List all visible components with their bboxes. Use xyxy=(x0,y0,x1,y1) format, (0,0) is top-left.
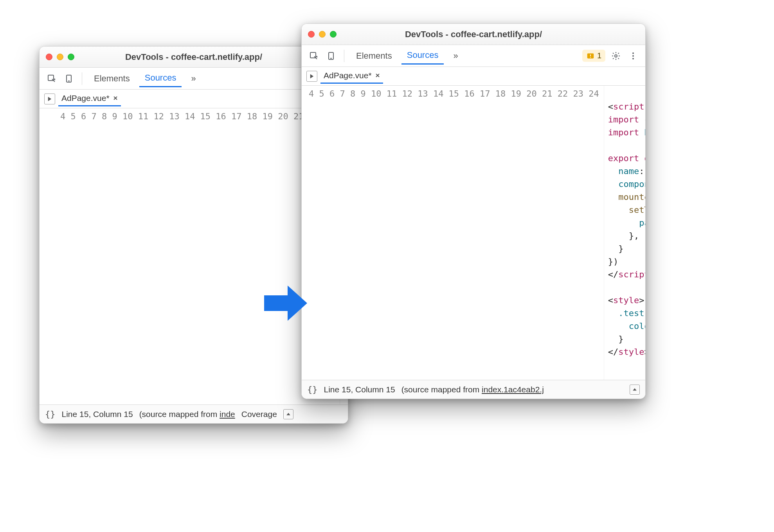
arrow-icon xyxy=(262,282,309,325)
devtools-window-right: DevTools - coffee-cart.netlify.app/ Elem… xyxy=(301,23,646,399)
svg-point-11 xyxy=(632,52,634,54)
tab-more[interactable]: » xyxy=(185,70,201,87)
divider xyxy=(344,50,344,62)
source-map-text: (source mapped from index.1ac4eab2.j xyxy=(401,385,544,394)
warning-badge[interactable]: 1 xyxy=(582,50,605,62)
tab-sources[interactable]: Sources xyxy=(139,70,182,87)
traffic-lights xyxy=(46,54,74,60)
inspect-icon[interactable] xyxy=(307,49,320,63)
svg-rect-8 xyxy=(590,54,591,56)
tab-more[interactable]: » xyxy=(448,48,463,64)
format-icon[interactable]: {} xyxy=(307,385,318,394)
gear-icon[interactable] xyxy=(609,49,623,63)
file-tab-adpage[interactable]: AdPage.vue* × xyxy=(58,91,121,106)
status-bar: {} Line 15, Column 15 (source mapped fro… xyxy=(40,404,348,423)
device-icon[interactable] xyxy=(62,72,76,85)
device-icon[interactable] xyxy=(324,49,338,63)
zoom-dot[interactable] xyxy=(330,31,337,38)
file-tab-label: AdPage.vue* xyxy=(61,93,110,103)
minimize-dot[interactable] xyxy=(57,54,63,60)
status-bar: {} Line 15, Column 15 (source mapped fro… xyxy=(302,380,645,399)
cursor-pos: Line 15, Column 15 xyxy=(62,410,133,419)
svg-rect-9 xyxy=(590,57,591,58)
cursor-pos: Line 15, Column 15 xyxy=(324,385,395,394)
tab-elements[interactable]: Elements xyxy=(88,70,135,87)
close-icon[interactable]: × xyxy=(376,71,380,80)
svg-point-12 xyxy=(632,55,634,57)
close-dot[interactable] xyxy=(46,54,52,60)
inspect-icon[interactable] xyxy=(45,72,58,85)
coverage-label[interactable]: Coverage xyxy=(241,410,277,419)
code-content[interactable]: <script lang="ts"> import { defineCompon… xyxy=(604,86,645,380)
navigator-icon[interactable] xyxy=(44,93,55,104)
main-toolbar: Elements Sources » 1 xyxy=(302,45,645,67)
expand-icon[interactable] xyxy=(283,409,293,419)
close-icon[interactable]: × xyxy=(113,94,118,102)
navigator-icon[interactable] xyxy=(306,71,317,82)
zoom-dot[interactable] xyxy=(68,54,74,60)
line-gutter: 4 5 6 7 8 9 10 11 12 13 14 15 16 17 18 1… xyxy=(302,86,604,380)
line-gutter: 4 5 6 7 8 9 10 11 12 13 14 15 16 17 18 1… xyxy=(40,108,340,404)
source-map-text: (source mapped from inde xyxy=(139,410,235,419)
titlebar: DevTools - coffee-cart.netlify.app/ xyxy=(302,24,645,45)
tab-elements[interactable]: Elements xyxy=(351,48,398,64)
source-map-link[interactable]: inde xyxy=(220,410,235,419)
window-title: DevTools - coffee-cart.netlify.app/ xyxy=(302,29,645,40)
warning-count: 1 xyxy=(597,51,601,60)
svg-point-10 xyxy=(615,55,617,57)
format-icon[interactable]: {} xyxy=(45,409,56,419)
file-tab-bar: AdPage.vue* × xyxy=(302,67,645,86)
svg-point-13 xyxy=(632,58,634,59)
source-map-link[interactable]: index.1ac4eab2.j xyxy=(482,385,544,394)
tab-sources[interactable]: Sources xyxy=(401,47,444,65)
minimize-dot[interactable] xyxy=(319,31,326,38)
divider xyxy=(82,72,82,85)
kebab-icon[interactable] xyxy=(626,49,640,63)
traffic-lights xyxy=(308,31,337,38)
close-dot[interactable] xyxy=(308,31,315,38)
code-editor[interactable]: 4 5 6 7 8 9 10 11 12 13 14 15 16 17 18 1… xyxy=(302,86,645,380)
expand-icon[interactable] xyxy=(630,385,640,395)
file-tab-label: AdPage.vue* xyxy=(324,71,372,80)
file-tab-adpage[interactable]: AdPage.vue* × xyxy=(320,68,383,84)
